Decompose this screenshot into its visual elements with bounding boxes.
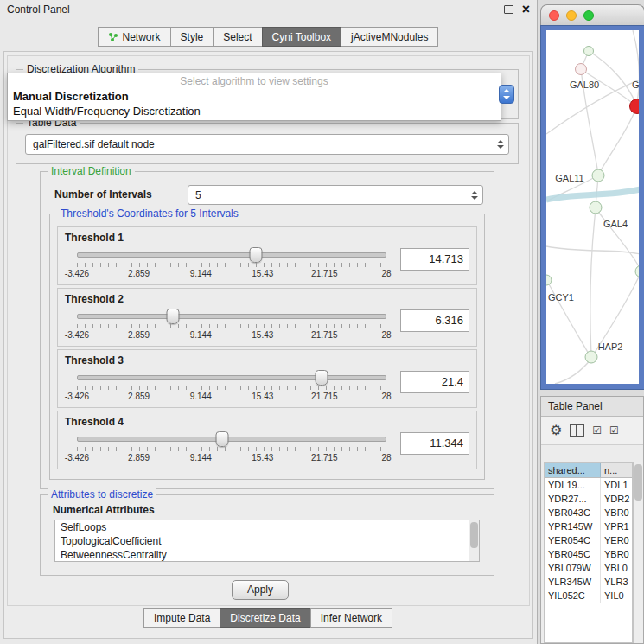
tick-label: 9.144 (190, 330, 212, 340)
cell[interactable]: YLR345W (545, 575, 601, 589)
minimize-traffic-light-icon[interactable] (566, 10, 577, 21)
list-item[interactable]: SelfLoops (55, 520, 479, 534)
float-window-icon[interactable] (504, 5, 513, 14)
table-row[interactable]: YDR27...YDR2 (545, 492, 632, 506)
cell[interactable]: YBR045C (545, 547, 601, 561)
tab-impute-data[interactable]: Impute Data (143, 608, 220, 628)
tick-label: 21.715 (311, 392, 338, 401)
network-node-gal11[interactable] (592, 169, 605, 182)
network-node[interactable] (583, 46, 594, 56)
tick-label: -3.426 (65, 453, 89, 462)
column-header-shared-name[interactable]: shared... (545, 463, 601, 477)
algorithm-option-manual-discretization[interactable]: Manual Discretization (8, 89, 501, 104)
interval-definition-group: Interval Definition Number of Intervals … (40, 171, 494, 489)
tab-cyni-toolbox[interactable]: Cyni Toolbox (262, 27, 341, 47)
numerical-attributes-label: Numerical Attributes (53, 504, 155, 516)
tick-label: 28 (381, 392, 391, 401)
tick-label: 2.859 (128, 269, 150, 278)
threshold-1-value-field[interactable]: 14.713 (400, 248, 469, 271)
slider-thumb[interactable] (166, 309, 179, 324)
cell[interactable]: YDR27... (545, 492, 601, 506)
table-data-combobox[interactable]: galFiltered.sif default node (25, 134, 509, 155)
tab-infer-network[interactable]: Infer Network (310, 608, 392, 628)
tab-style[interactable]: Style (170, 27, 214, 47)
threshold-2-value-field[interactable]: 6.316 (400, 309, 469, 332)
slider-track[interactable] (77, 252, 386, 258)
network-node-gal80[interactable] (575, 63, 587, 75)
cell[interactable]: YIL052C (545, 589, 601, 603)
apply-button[interactable]: Apply (232, 580, 289, 600)
zoom-traffic-light-icon[interactable] (583, 10, 594, 21)
cell[interactable]: YDL1 (601, 478, 632, 492)
algorithm-option-placeholder[interactable]: Select algorithm to view settings (8, 73, 501, 89)
table-row[interactable]: YBL079WYBL0 (545, 561, 632, 575)
cell[interactable]: YDR2 (601, 492, 632, 506)
tab-select[interactable]: Select (213, 27, 262, 47)
algorithm-combobox-button[interactable] (499, 85, 514, 104)
cell[interactable]: YBL079W (545, 561, 601, 575)
cell[interactable]: YER054C (545, 533, 601, 547)
checkbox-icon[interactable]: ☑ (592, 425, 602, 436)
slider-thumb[interactable] (249, 247, 262, 263)
list-item[interactable]: TopologicalCoefficient (55, 534, 479, 548)
scrollbar-thumb[interactable] (470, 522, 478, 548)
threshold-2-slider[interactable]: -3.426 2.859 9.144 15.43 21.715 28 (67, 308, 397, 342)
slider-tick-labels: -3.426 2.859 9.144 15.43 21.715 28 (77, 330, 386, 341)
algorithm-option-equal-width-frequency[interactable]: Equal Width/Frequency Discretization (8, 104, 501, 118)
table-scrollbar[interactable] (633, 462, 643, 643)
tab-network[interactable]: Network (98, 27, 171, 47)
attributes-scrollbar[interactable] (469, 520, 479, 561)
thresholds-group-label: Threshold's Coordinates for 5 Intervals (57, 207, 242, 220)
arrow-up-icon (503, 89, 510, 92)
tab-jactivemnodules[interactable]: jActiveMNodules (341, 27, 438, 47)
cell[interactable]: YDL19... (545, 478, 601, 492)
slider-track[interactable] (77, 314, 386, 319)
threshold-4-value-field[interactable]: 11.344 (400, 432, 469, 455)
table-row[interactable]: YDL19...YDL1 (545, 478, 632, 492)
slider-thumb[interactable] (315, 370, 328, 386)
columns-icon[interactable] (570, 424, 584, 437)
tab-discretize-data[interactable]: Discretize Data (220, 608, 310, 628)
checkbox-icon[interactable]: ☑ (609, 425, 619, 436)
network-window-titlebar[interactable] (540, 4, 644, 25)
cell[interactable]: YBR0 (601, 506, 632, 520)
slider-track[interactable] (77, 375, 386, 380)
gear-icon[interactable]: ⚙ (550, 424, 562, 437)
network-canvas[interactable]: GAL80 GA GAL11 GAL4 GCY1 HAP2 (546, 30, 639, 384)
threshold-1-slider[interactable]: -3.426 2.859 9.144 15.43 21.715 28 (67, 246, 397, 281)
number-of-intervals-combobox[interactable]: 5 (188, 185, 483, 205)
close-icon[interactable]: × (522, 3, 530, 16)
column-header-name[interactable]: n... (601, 463, 632, 477)
cell[interactable]: YPR1 (601, 520, 632, 533)
table-row[interactable]: YBR043CYBR0 (545, 506, 632, 520)
table-row[interactable]: YBR045CYBR0 (545, 547, 632, 561)
cell[interactable]: YER0 (601, 533, 632, 547)
cell[interactable]: YIL0 (601, 589, 632, 603)
scrollbar-thumb[interactable] (634, 464, 642, 501)
tick-label: -3.426 (65, 269, 89, 278)
attributes-group: Attributes to discretize Numerical Attri… (40, 494, 494, 576)
cell[interactable]: YBR043C (545, 506, 601, 520)
threshold-4-slider[interactable]: -3.426 2.859 9.144 15.43 21.715 28 (67, 430, 397, 465)
cell[interactable]: YLR3 (601, 575, 632, 589)
close-traffic-light-icon[interactable] (549, 10, 559, 21)
table-row[interactable]: YIL052CYIL0 (545, 589, 632, 603)
attributes-list[interactable]: SelfLoops TopologicalCoefficient Between… (54, 520, 480, 562)
threshold-3-slider[interactable]: -3.426 2.859 9.144 15.43 21.715 28 (67, 369, 397, 404)
slider-thumb[interactable] (216, 431, 229, 447)
list-item[interactable]: BetweennessCentrality (55, 548, 479, 562)
network-node-gal4[interactable] (590, 201, 603, 214)
cell[interactable]: YBL0 (601, 561, 632, 575)
algorithm-dropdown-list: Select algorithm to view settings Manual… (7, 73, 501, 121)
slider-track[interactable] (77, 437, 386, 442)
network-node-hap2[interactable] (585, 351, 598, 364)
table-row[interactable]: YPR145WYPR1 (545, 520, 632, 533)
table-row[interactable]: YLR345WYLR3 (545, 575, 632, 589)
threshold-3-value-field[interactable]: 21.4 (400, 371, 469, 393)
network-node-selected-red[interactable] (629, 99, 639, 114)
cell[interactable]: YBR0 (601, 547, 632, 561)
cell[interactable]: YPR145W (545, 520, 601, 533)
slider-ticks (77, 386, 386, 390)
table-row[interactable]: YER054CYER0 (545, 533, 632, 547)
tick-label: 2.859 (128, 453, 150, 462)
